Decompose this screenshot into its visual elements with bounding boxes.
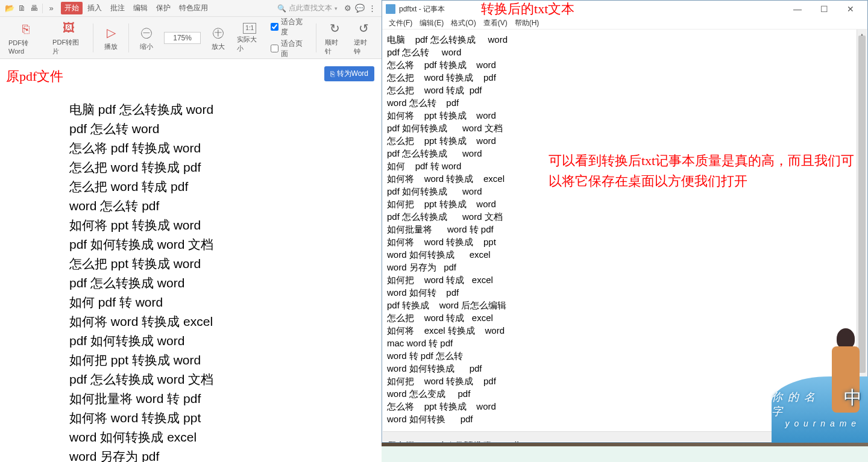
scroll-down-arrow[interactable]: ▼: [857, 420, 867, 430]
pdf-app-window: 📂 🗎 🖶 » 开始 插入 批注 编辑 保护 特色应用 🔍 点此查找文本 ▾ ⚙…: [0, 0, 382, 462]
pdf-line: pdf 怎么转换成 word: [69, 273, 213, 293]
tab-special[interactable]: 特色应用: [175, 2, 212, 14]
notepad-window: pdftxt - 记事本 转换后的txt文本 — ☐ ✕ 文件(F) 编辑(E)…: [382, 0, 868, 443]
menu-view[interactable]: 查看(V): [480, 17, 511, 29]
print-icon[interactable]: 🖶: [29, 4, 39, 13]
label: 缩小: [140, 42, 153, 51]
tab-start[interactable]: 开始: [61, 2, 83, 14]
convert-to-word-button[interactable]: ⎘ 转为Word: [324, 66, 374, 81]
pdf-line: 怎么把 word 转成 pdf: [69, 177, 213, 196]
pdf-line: word 另存为 pdf: [69, 447, 213, 462]
pdf-titlebar: 📂 🗎 🖶 » 开始 插入 批注 编辑 保护 特色应用 🔍 点此查找文本 ▾ ⚙…: [0, 0, 382, 17]
fit-page[interactable]: 适合页面: [271, 39, 309, 59]
pdf-line: 如何将 word 转换成 excel: [69, 312, 213, 331]
chat-icon[interactable]: 💬: [355, 4, 365, 13]
label: 放大: [212, 42, 225, 51]
fit-width-check[interactable]: [271, 23, 278, 31]
label: 播放: [104, 42, 118, 51]
zoom-value[interactable]: 175%: [164, 32, 201, 44]
taskbar-strip: [382, 443, 868, 446]
search-placeholder: 点此查找文本: [289, 3, 332, 13]
actual-size-icon: 1:1: [243, 23, 256, 34]
btn-pdf-to-word[interactable]: ⎘ PDF转Word: [5, 20, 46, 55]
btn-rotate-ccw[interactable]: ↺ 逆时钟: [350, 20, 377, 56]
separator: [93, 23, 93, 52]
pdf-line: word 怎么转 pdf: [69, 196, 213, 216]
pdf-text-content: 电脑 pdf 怎么转换成 wordpdf 怎么转 word怎么将 pdf 转换成…: [69, 100, 213, 462]
notepad-menubar: 文件(F) 编辑(E) 格式(O) 查看(V) 帮助(H): [382, 17, 867, 30]
vertical-scrollbar[interactable]: ▲ ▼: [857, 30, 867, 430]
notepad-text-area[interactable]: 电脑 pdf 怎么转换成 word pdf 怎么转 word 怎么将 pdf 转…: [382, 30, 867, 442]
separator: [316, 23, 316, 52]
pdf-line: 电脑 pdf 怎么转换成 word: [69, 100, 213, 119]
label: 逆时钟: [354, 38, 373, 56]
pdf-line: 如何 pdf 转 word: [69, 293, 213, 312]
menu-file[interactable]: 文件(F): [386, 17, 415, 29]
notepad-titlebar[interactable]: pdftxt - 记事本 转换后的txt文本 — ☐ ✕: [382, 1, 867, 17]
notepad-title: pdftxt - 记事本: [399, 4, 445, 14]
rotate-cw-icon: ↻: [330, 20, 340, 37]
pdf-line: 怎么把 ppt 转换成 word: [69, 254, 213, 273]
label: PDF转图片: [52, 38, 84, 56]
pdf-line: pdf 如何转换成 word 文档: [69, 235, 213, 254]
open-folder-icon[interactable]: 📂: [5, 4, 14, 13]
menu-help[interactable]: 帮助(H): [512, 17, 542, 29]
horizontal-scrollbar[interactable]: [383, 431, 857, 442]
label: PDF转Word: [8, 39, 43, 55]
play-icon: ▷: [107, 24, 116, 41]
search-icon: 🔍: [277, 4, 286, 13]
zoom-out-icon: ㊀: [140, 24, 153, 41]
minimize-button[interactable]: —: [784, 2, 811, 16]
annotation-quality-note: 可以看到转换后txt记事本质量是真的高，而且我们可以将它保存在桌面以方便我们打开: [549, 151, 862, 192]
pdf-line: 怎么把 word 转换成 pdf: [69, 158, 213, 177]
scroll-thumb[interactable]: [858, 36, 866, 373]
pdf-line: 如何将 word 转换成 ppt: [69, 408, 213, 428]
pdf-line: pdf 怎么转 word: [69, 119, 213, 139]
expand-icon[interactable]: »: [46, 4, 56, 13]
pdf-to-img-icon: 🖼: [63, 20, 75, 37]
save-icon[interactable]: 🗎: [17, 4, 27, 13]
btn-play[interactable]: ▷ 播放: [98, 24, 124, 51]
rotate-ccw-icon: ↺: [359, 20, 369, 37]
btn-pdf-to-img[interactable]: 🖼 PDF转图片: [49, 20, 88, 56]
pdf-line: 如何将 ppt 转换成 word: [69, 216, 213, 235]
chevron-down-icon: ▾: [335, 5, 338, 11]
zoom-in-icon: ㊉: [212, 24, 224, 41]
divider: [42, 4, 43, 13]
btn-zoom-out[interactable]: ㊀ 缩小: [134, 24, 159, 51]
tab-insert[interactable]: 插入: [84, 2, 105, 14]
pdf-line: pdf 怎么转换成 word 文档: [69, 370, 213, 389]
notepad-app-icon: [386, 4, 395, 14]
pdf-line: 怎么将 pdf 转换成 word: [69, 139, 213, 158]
menu-edit[interactable]: 编辑(E): [417, 17, 447, 29]
convert-icon: ⎘: [330, 70, 335, 78]
maximize-button[interactable]: ☐: [811, 2, 837, 16]
fit-options: 适合宽度 适合页面: [268, 17, 311, 59]
more-icon[interactable]: ⋮: [367, 4, 377, 13]
label: 实际大小: [237, 35, 263, 53]
tab-annotate[interactable]: 批注: [107, 2, 128, 14]
search-box[interactable]: 🔍 点此查找文本 ▾: [274, 2, 341, 14]
fit-width[interactable]: 适合宽度: [271, 17, 309, 37]
ribbon: ⎘ PDF转Word 🖼 PDF转图片 ▷ 播放 ㊀ 缩小 175% ㊉ 放大 …: [0, 17, 382, 59]
annotation-converted-txt: 转换后的txt文本: [481, 0, 574, 18]
btn-rotate-cw[interactable]: ↻ 顺时针: [321, 20, 348, 56]
btn-actual-size[interactable]: 1:1 实际大小: [233, 23, 266, 53]
pdf-to-word-icon: ⎘: [22, 20, 30, 37]
tab-edit[interactable]: 编辑: [130, 2, 151, 14]
ribbon-tabs: 开始 插入 批注 编辑 保护 特色应用: [61, 2, 212, 14]
pdf-line: word 如何转换成 excel: [69, 428, 213, 447]
fit-page-check[interactable]: [271, 45, 278, 52]
menu-format[interactable]: 格式(O): [448, 17, 479, 29]
separator: [128, 23, 129, 52]
convert-label: 转为Word: [337, 69, 368, 79]
pdf-line: 如何批量将 word 转 pdf: [69, 389, 213, 408]
pdf-line: pdf 如何转换成 word: [69, 331, 213, 351]
settings-icon[interactable]: ⚙: [343, 4, 353, 13]
btn-zoom-in[interactable]: ㊉ 放大: [206, 24, 231, 51]
close-button[interactable]: ✕: [837, 2, 864, 16]
label: 顺时针: [325, 38, 344, 56]
pdf-line: 如何把 ppt 转换成 word: [69, 351, 213, 370]
pdf-document-area[interactable]: 原pdf文件 ⎘ 转为Word 电脑 pdf 怎么转换成 wordpdf 怎么转…: [0, 59, 382, 462]
tab-protect[interactable]: 保护: [153, 2, 174, 14]
